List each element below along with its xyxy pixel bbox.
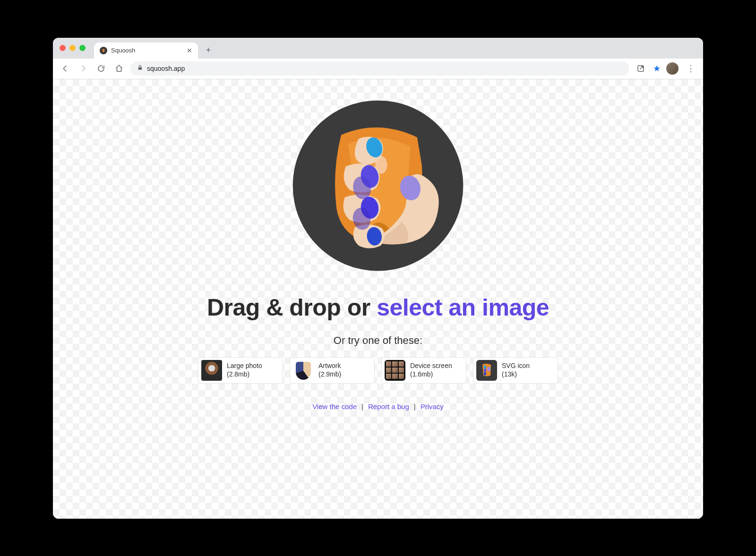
toolbar-right: ★ ⋮ — [634, 62, 697, 75]
tab-close-button[interactable]: ✕ — [187, 47, 192, 54]
thumb-device-icon — [385, 360, 405, 381]
window-controls — [60, 38, 86, 59]
squoosh-favicon-icon — [100, 47, 107, 54]
svg-point-12 — [484, 365, 486, 368]
home-button[interactable] — [112, 62, 126, 75]
new-tab-button[interactable]: + — [202, 44, 215, 57]
browser-toolbar: squoosh.app ★ ⋮ — [53, 59, 703, 79]
report-bug-link[interactable]: Report a bug — [368, 402, 409, 411]
sample-large-photo[interactable]: Large photo (2.8mb) — [198, 357, 283, 384]
sample-svg-icon[interactable]: SVG icon (13k) — [473, 357, 558, 384]
sample-label: Device screen — [410, 362, 452, 370]
page-content: Drag & drop or select an image Or try on… — [53, 79, 703, 519]
address-bar[interactable]: squoosh.app — [130, 61, 629, 76]
svg-point-14 — [484, 372, 486, 375]
separator: | — [361, 402, 363, 411]
thumb-artwork-icon — [293, 360, 314, 381]
reload-button[interactable] — [94, 62, 108, 75]
squoosh-logo-icon — [286, 94, 470, 278]
view-code-link[interactable]: View the code — [312, 402, 357, 411]
select-image-link[interactable]: select an image — [377, 294, 549, 321]
url-text: squoosh.app — [147, 65, 185, 72]
svg-point-13 — [484, 368, 486, 372]
sample-size: (2.8mb) — [227, 370, 262, 379]
thumb-large-photo-icon — [201, 360, 222, 381]
tab-title: Squoosh — [111, 47, 135, 54]
window-maximize-button[interactable] — [79, 45, 86, 51]
back-button[interactable] — [59, 62, 72, 75]
lock-icon — [137, 65, 143, 72]
squoosh-logo — [286, 94, 470, 280]
window-minimize-button[interactable] — [69, 45, 76, 51]
separator: | — [414, 402, 416, 411]
open-external-icon[interactable] — [634, 62, 647, 75]
sample-size: (2.9mb) — [318, 370, 341, 379]
svg-point-15 — [487, 367, 490, 371]
sample-label: Large photo — [227, 362, 262, 370]
svg-rect-2 — [103, 50, 104, 51]
thumb-svg-icon — [476, 360, 497, 381]
sample-label: Artwork — [318, 362, 341, 370]
bookmark-star-icon[interactable]: ★ — [653, 63, 661, 74]
sample-row: Large photo (2.8mb) Artwork (2.9mb) Devi… — [198, 357, 558, 384]
svg-rect-3 — [138, 67, 142, 69]
privacy-link[interactable]: Privacy — [421, 402, 444, 411]
chrome-menu-button[interactable]: ⋮ — [684, 62, 697, 75]
sample-label: SVG icon — [502, 362, 530, 370]
heading-prefix: Drag & drop or — [207, 294, 377, 321]
sample-artwork[interactable]: Artwork (2.9mb) — [290, 357, 375, 384]
svg-rect-1 — [103, 50, 103, 51]
drop-heading: Drag & drop or select an image — [207, 294, 549, 321]
subheading: Or try one of these: — [334, 334, 422, 347]
window-close-button[interactable] — [60, 45, 66, 51]
sample-device-screen[interactable]: Device screen (1.6mb) — [381, 357, 466, 384]
sample-size: (13k) — [502, 370, 530, 379]
browser-window: Squoosh ✕ + squoosh.app ★ — [53, 38, 703, 519]
browser-tab[interactable]: Squoosh ✕ — [94, 43, 198, 59]
tab-strip: Squoosh ✕ + — [53, 38, 703, 59]
sample-size: (1.6mb) — [410, 370, 452, 379]
profile-avatar[interactable] — [666, 62, 679, 75]
forward-button[interactable] — [77, 62, 90, 75]
footer-links: View the code | Report a bug | Privacy — [312, 402, 444, 411]
